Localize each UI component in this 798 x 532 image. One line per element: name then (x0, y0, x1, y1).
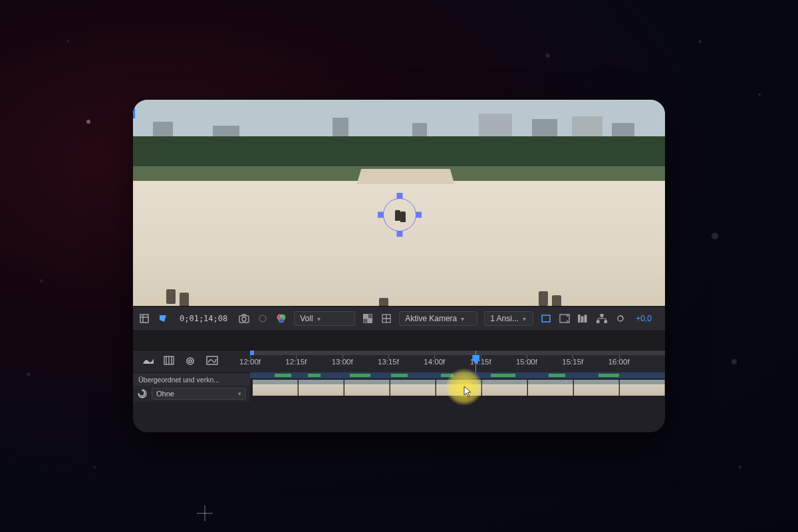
viewer-toolbar: 0;01;14;08 Voll ▾ Aktive Kamera ▾ 1 Ansi… (133, 306, 665, 331)
timeline-body: Übergeordnet und verkn... Ohne ▾ (133, 372, 665, 432)
svg-point-22 (189, 360, 192, 362)
anchor-point-gizmo[interactable] (378, 193, 422, 237)
frame-blend-icon[interactable] (164, 356, 176, 368)
svg-point-2 (242, 317, 246, 321)
fast-previews-icon[interactable] (559, 313, 571, 325)
exposure-value[interactable]: +0,0 (633, 314, 652, 323)
parent-dropdown-label: Ohne (156, 390, 174, 398)
color-management-icon[interactable] (275, 313, 287, 325)
toggle-mask-icon[interactable] (157, 313, 169, 325)
parent-dropdown[interactable]: Ohne ▾ (152, 388, 246, 400)
pixel-aspect-icon[interactable] (540, 313, 552, 325)
decorative-cross-icon (197, 505, 213, 521)
composition-preview[interactable] (133, 100, 665, 306)
views-label: 1 Ansi... (490, 314, 519, 323)
svg-rect-9 (368, 319, 372, 323)
flowchart-icon[interactable] (596, 313, 608, 325)
motion-blur-icon[interactable] (185, 356, 197, 368)
timeline-header: 12:00f12:15f13:00f13:15f14:00f14:15f15:0… (133, 350, 665, 372)
svg-point-3 (259, 315, 266, 322)
chevron-down-icon: ▾ (523, 315, 526, 323)
svg-rect-13 (578, 315, 580, 323)
show-channel-icon[interactable] (257, 313, 269, 325)
resolution-dropdown[interactable]: Voll ▾ (294, 311, 355, 326)
svg-rect-15 (585, 315, 587, 323)
time-tick: 16:00f (619, 355, 665, 373)
playhead[interactable] (475, 350, 476, 372)
timeline-icon[interactable] (577, 313, 589, 325)
roi-icon[interactable] (138, 313, 150, 325)
camera-dropdown[interactable]: Aktive Kamera ▾ (399, 311, 477, 326)
graph-editor-icon[interactable] (206, 356, 218, 368)
time-ruler[interactable]: 12:00f12:15f13:00f13:15f14:00f14:15f15:0… (250, 350, 665, 372)
pickwhip-icon[interactable] (137, 388, 148, 399)
views-dropdown[interactable]: 1 Ansi... ▾ (484, 311, 533, 326)
camera-label: Aktive Kamera (405, 314, 457, 323)
chevron-down-icon: ▾ (461, 315, 464, 323)
shy-icon[interactable] (142, 356, 154, 368)
timeline-track-area[interactable] (250, 372, 665, 432)
time-navigator[interactable] (250, 372, 665, 378)
svg-rect-17 (597, 321, 599, 323)
svg-rect-16 (600, 314, 603, 317)
svg-rect-11 (542, 315, 550, 322)
svg-rect-8 (363, 314, 368, 319)
exposure-reset-icon[interactable] (614, 313, 626, 325)
svg-point-21 (187, 358, 194, 364)
svg-rect-18 (604, 321, 607, 323)
resolution-label: Voll (300, 314, 313, 323)
after-effects-panel: 0;01;14;08 Voll ▾ Aktive Kamera ▾ 1 Ansi… (133, 100, 665, 432)
svg-point-6 (279, 317, 284, 323)
svg-rect-0 (140, 315, 148, 323)
video-clip[interactable] (253, 380, 665, 396)
snapshot-icon[interactable] (238, 313, 250, 325)
guides-icon[interactable] (380, 313, 392, 325)
transparency-grid-icon[interactable] (362, 313, 374, 325)
current-timecode[interactable]: 0;01;14;08 (176, 314, 231, 323)
timeline-tool-icons (133, 350, 250, 372)
chevron-down-icon: ▾ (317, 315, 321, 323)
chevron-down-icon: ▾ (238, 390, 241, 397)
svg-rect-14 (581, 317, 583, 323)
parent-column-header: Übergeordnet und verkn... (133, 372, 250, 386)
